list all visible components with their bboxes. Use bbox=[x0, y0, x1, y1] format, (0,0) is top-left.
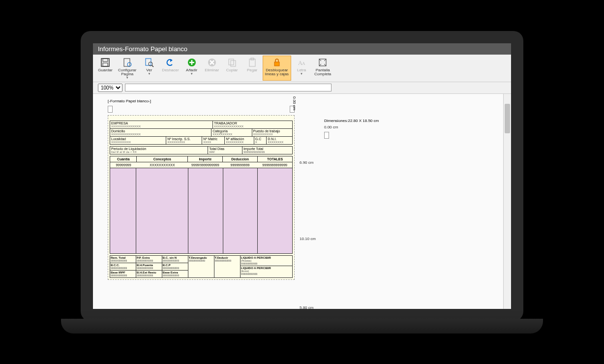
data-conceptos: XXXXXXXXXXX bbox=[137, 162, 188, 168]
data-deduccion: 9999999999 bbox=[223, 162, 258, 168]
col-deduccion: Deduccion bbox=[223, 156, 258, 162]
svg-rect-2 bbox=[103, 63, 108, 66]
svg-text:A: A bbox=[302, 61, 305, 66]
ruler-m2: 6.90 cm bbox=[300, 160, 313, 165]
page-marker[interactable] bbox=[108, 106, 113, 113]
ruler-m1: 0.00 cm bbox=[324, 125, 398, 129]
copy-icon bbox=[227, 57, 238, 68]
unlock-lines-button[interactable]: Desbloquear líneas y cajas bbox=[263, 56, 291, 81]
svg-point-4 bbox=[127, 62, 131, 66]
field-dni: D.N.I. bbox=[268, 137, 291, 141]
ruler-m3: 10.10 cm bbox=[300, 237, 316, 241]
save-button[interactable]: Guardar bbox=[95, 56, 115, 81]
preview-icon bbox=[144, 57, 154, 68]
col-conceptos: Conceptos bbox=[137, 156, 188, 162]
font-button[interactable]: AA Letra ▼ bbox=[292, 56, 311, 81]
field-empresa: EMPRESA bbox=[111, 121, 211, 125]
ruler-top: 0.00 cm bbox=[292, 96, 297, 110]
data-cuantia: 99999999 bbox=[110, 162, 137, 168]
section-marker[interactable] bbox=[324, 132, 329, 139]
delete-button[interactable]: Eliminar bbox=[202, 56, 222, 81]
data-totales: 9999999999999 bbox=[257, 162, 292, 168]
design-canvas[interactable]: 0.00 cm [-Formato Papel blanco-] EMPRESA… bbox=[93, 94, 511, 309]
lock-icon bbox=[272, 57, 282, 68]
svg-rect-15 bbox=[231, 61, 236, 66]
svg-rect-0 bbox=[101, 59, 109, 66]
field-puesto: Puesto de trabajo bbox=[253, 129, 291, 133]
dropdown-arrow-icon: ▼ bbox=[300, 72, 303, 75]
dropdown-arrow-icon: ▼ bbox=[190, 72, 193, 75]
svg-rect-18 bbox=[274, 62, 279, 66]
zoom-bar: 100% bbox=[93, 82, 511, 94]
address-input[interactable] bbox=[125, 84, 332, 91]
svg-line-7 bbox=[152, 65, 153, 67]
field-gc: G.C bbox=[255, 137, 265, 141]
add-button[interactable]: Añadir ▼ bbox=[182, 56, 202, 81]
copy-button[interactable]: Copiar bbox=[222, 56, 242, 81]
fullscreen-button[interactable]: Pantalla Completa bbox=[312, 56, 333, 81]
svg-rect-1 bbox=[103, 59, 108, 61]
undo-icon bbox=[165, 57, 176, 68]
field-inscrip: Nº Inscrip. S.S. bbox=[167, 137, 201, 141]
field-periodo: Periodo de Liquidación bbox=[111, 147, 207, 151]
field-categoria: Categoría bbox=[212, 129, 250, 133]
dimensions-label: Dimensiones:22.80 X 18.50 cm bbox=[324, 119, 398, 123]
page-format-label: [-Formato Papel blanco-] bbox=[108, 99, 295, 103]
ruler-m4: 5.80 cm bbox=[300, 305, 313, 309]
data-importe: 9999!9999999999 bbox=[188, 162, 223, 168]
field-totaldias: Total Días bbox=[209, 147, 241, 151]
paste-button[interactable]: Pegar bbox=[242, 56, 262, 81]
field-localidad: Localidad bbox=[111, 137, 165, 141]
window-title: Informes-Formato Papel blanco bbox=[98, 45, 187, 53]
field-afiliacion: Nº afiliación bbox=[226, 137, 253, 141]
window-titlebar: Informes-Formato Papel blanco bbox=[93, 43, 511, 55]
add-icon bbox=[186, 57, 197, 68]
main-toolbar: Guardar Configurar Pagina ▼ Ver ▼ Deshac… bbox=[93, 55, 511, 82]
field-matric: Nº Matric bbox=[203, 137, 223, 141]
page-setup-icon bbox=[122, 57, 133, 68]
font-icon: AA bbox=[296, 57, 307, 68]
save-icon bbox=[100, 57, 111, 68]
col-totales: TOTALES bbox=[258, 156, 292, 162]
configure-page-button[interactable]: Configurar Pagina ▼ bbox=[116, 56, 139, 81]
page-preview[interactable]: EMPRESAXXXXXXXXXXXXXXX TRABAJADORXXXXXXX… bbox=[108, 115, 295, 280]
view-button[interactable]: Ver ▼ bbox=[139, 56, 159, 81]
svg-rect-14 bbox=[229, 59, 234, 65]
dropdown-arrow-icon: ▼ bbox=[126, 76, 129, 79]
col-cuantia: Cuantia bbox=[110, 156, 137, 162]
field-importe: Importe Total bbox=[243, 147, 291, 151]
paste-icon bbox=[247, 57, 258, 68]
field-trabajador: TRABAJADOR bbox=[214, 121, 291, 125]
delete-icon bbox=[207, 57, 217, 68]
dropdown-arrow-icon: ▼ bbox=[148, 72, 151, 75]
zoom-select[interactable]: 100% bbox=[98, 84, 122, 92]
vertical-scrollbar[interactable] bbox=[503, 94, 511, 309]
field-domicilio: Domicilio bbox=[111, 129, 210, 133]
undo-button[interactable]: Deshacer bbox=[159, 56, 181, 81]
fullscreen-icon bbox=[317, 57, 328, 68]
col-importe: Importe bbox=[188, 156, 223, 162]
detail-body[interactable] bbox=[110, 168, 293, 254]
